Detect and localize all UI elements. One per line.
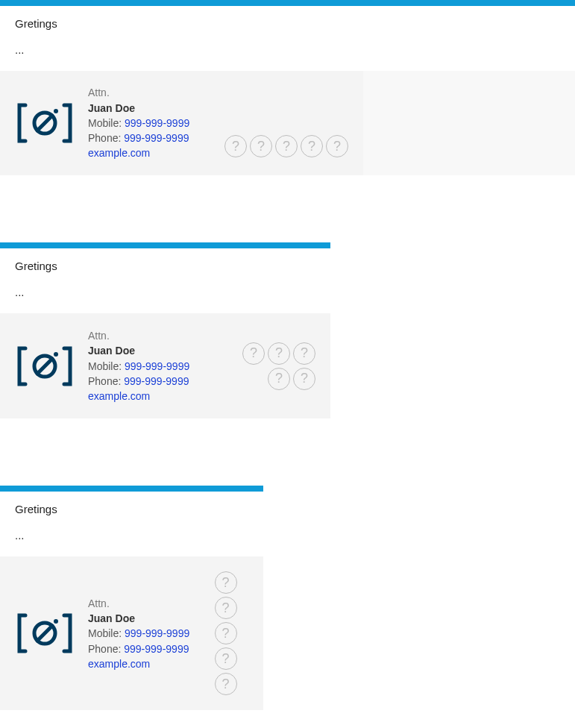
social-icon[interactable]: ? [215,622,237,644]
mobile-label: Mobile: [88,117,125,129]
svg-line-4 [37,359,52,374]
brand-bar [0,0,575,6]
attn-label: Attn. [88,596,189,611]
greeting-text: Gretings [15,17,560,30]
mobile-link[interactable]: 999-999-9999 [125,360,189,372]
body-placeholder: ... [15,43,560,56]
contact-name: Juan Doe [88,343,189,358]
mobile-link[interactable]: 999-999-9999 [125,117,189,129]
phone-label: Phone: [88,375,124,387]
phone-label: Phone: [88,643,124,655]
svg-point-8 [54,619,58,624]
social-icon[interactable]: ? [293,342,315,365]
website-link[interactable]: example.com [88,658,150,670]
contact-name: Juan Doe [88,611,189,626]
contact-info: Attn. Juan Doe Mobile: 999-999-9999 Phon… [88,85,189,160]
svg-point-2 [54,109,58,113]
svg-point-5 [54,352,58,357]
logo-icon [15,102,75,144]
website-link[interactable]: example.com [88,390,150,402]
greeting-text: Gretings [15,260,315,272]
phone-link[interactable]: 999-999-9999 [124,643,189,655]
phone-link[interactable]: 999-999-9999 [124,375,189,387]
phone-label: Phone: [88,132,124,144]
social-icon[interactable]: ? [250,135,272,157]
body-placeholder: ... [15,286,315,298]
social-icon[interactable]: ? [268,368,290,390]
social-icon[interactable]: ? [275,135,298,157]
social-icon[interactable]: ? [215,571,237,594]
social-icon[interactable]: ? [268,342,290,365]
contact-info: Attn. Juan Doe Mobile: 999-999-9999 Phon… [88,328,189,404]
mobile-link[interactable]: 999-999-9999 [125,627,189,639]
brand-bar [0,242,330,248]
signature-variant-1: Gretings ... Attn. Juan Doe Mobile: 9 [0,0,575,175]
mobile-label: Mobile: [88,627,125,639]
social-icon[interactable]: ? [215,647,237,670]
logo-icon [15,345,75,387]
mobile-label: Mobile: [88,360,125,372]
social-icons-column: ? ? ? ? ? [203,571,248,695]
social-icons-wrap: ? ? ? ? ? [203,342,315,390]
brand-bar [0,486,263,492]
social-icon[interactable]: ? [326,135,348,157]
signature-variant-3: Gretings ... Attn. Juan Doe Mobile: 999-… [0,486,263,710]
social-icon[interactable]: ? [215,673,237,695]
greeting-text: Gretings [15,503,248,515]
social-icon[interactable]: ? [224,135,247,157]
social-icon[interactable]: ? [242,342,265,365]
social-icon[interactable]: ? [215,597,237,619]
social-icons-row: ? ? ? ? ? [203,135,348,160]
social-icon[interactable]: ? [301,135,323,157]
contact-info: Attn. Juan Doe Mobile: 999-999-9999 Phon… [88,596,189,671]
signature-variant-2: Gretings ... Attn. Juan Doe Mobile: 999-… [0,242,330,418]
svg-line-1 [37,116,52,131]
svg-line-7 [37,626,52,641]
website-link[interactable]: example.com [88,147,150,159]
logo-icon [15,612,75,654]
attn-label: Attn. [88,328,189,343]
attn-label: Attn. [88,85,189,100]
social-icon[interactable]: ? [293,368,315,390]
contact-name: Juan Doe [88,101,189,116]
body-placeholder: ... [15,529,248,542]
phone-link[interactable]: 999-999-9999 [124,132,189,144]
